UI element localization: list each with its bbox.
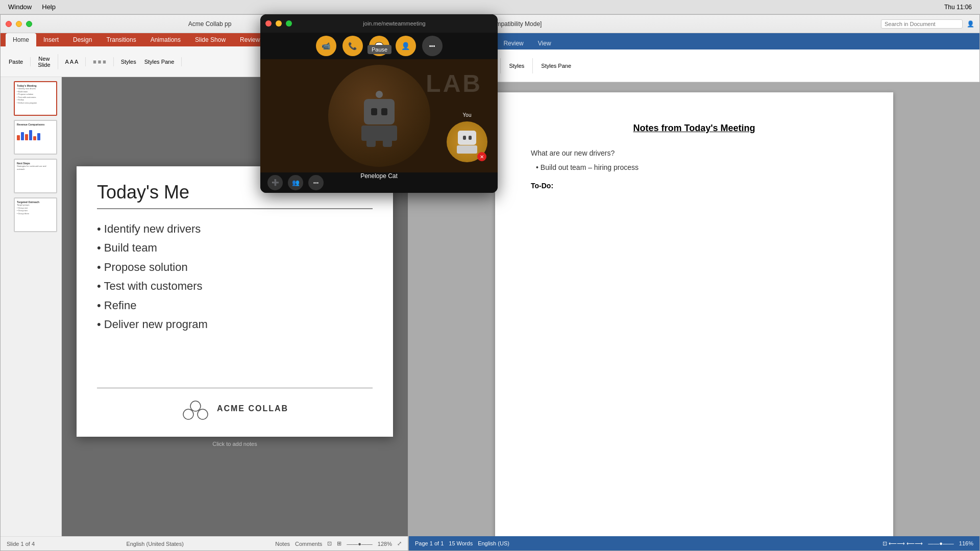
fit-to-window[interactable]: ⤢ bbox=[397, 540, 402, 547]
slide-thumbnail-2[interactable]: Revenue Comparisons bbox=[14, 120, 57, 155]
paste-button[interactable]: Paste bbox=[6, 57, 26, 66]
slide-count-info: Slide 1 of 4 bbox=[7, 541, 35, 547]
word-question: What are our new drivers? bbox=[531, 149, 857, 157]
you-avatar: You ✕ bbox=[447, 121, 487, 162]
robot-left-eye bbox=[371, 108, 377, 115]
zoom-slider[interactable]: ——●—— bbox=[347, 541, 373, 547]
you-robot-head bbox=[458, 131, 476, 145]
word-zoom-slider[interactable]: ——●—— bbox=[928, 540, 954, 546]
bullet-item-2: Build team bbox=[97, 238, 373, 257]
ppt-statusbar-right: Notes Comments ⊡ ⊞ ——●—— 128% ⤢ bbox=[275, 540, 402, 547]
phone-icon: 📞 bbox=[348, 42, 357, 50]
word-statusbar-right: ⊡ ⟵⟶ ⟵⟶ ——●—— 116% bbox=[883, 540, 973, 547]
acme-logo: ACME COLLAB bbox=[181, 396, 288, 421]
pause-tooltip: Pause bbox=[368, 45, 391, 54]
menu-window[interactable]: Window bbox=[8, 3, 32, 11]
styles-button[interactable]: Styles bbox=[118, 57, 139, 66]
svg-point-1 bbox=[183, 409, 193, 419]
word-tab-review[interactable]: Review bbox=[496, 37, 530, 49]
bullet-item-5: Refine bbox=[97, 296, 373, 315]
menu-bar-right: Thu 11:06 bbox=[944, 4, 972, 11]
more-options-button[interactable]: ••• bbox=[308, 175, 324, 190]
styles-pane-button[interactable]: Styles Pane bbox=[141, 57, 178, 66]
slide-thumbnail-4[interactable]: Targeted Outreach Target groups• Group o… bbox=[14, 197, 57, 232]
view-toggle-1[interactable]: ⊡ bbox=[327, 540, 332, 547]
participant-name: Penelope Cat bbox=[360, 172, 398, 180]
comments-button[interactable]: Comments bbox=[295, 541, 322, 547]
word-page[interactable]: Notes from Today's Meeting What are our … bbox=[495, 92, 893, 536]
word-list: Build out team – hiring process bbox=[531, 163, 857, 171]
you-robot-body bbox=[457, 145, 477, 154]
word-styles-button[interactable]: Styles bbox=[506, 61, 527, 70]
svg-point-2 bbox=[198, 409, 208, 419]
slides-group: NewSlide bbox=[35, 54, 58, 69]
robot-head bbox=[364, 99, 395, 124]
robot-body bbox=[361, 126, 397, 141]
video-minimize-button[interactable] bbox=[276, 20, 282, 27]
ppt-tab-design[interactable]: Design bbox=[66, 33, 99, 46]
acme-logo-circles bbox=[181, 396, 212, 421]
ppt-maximize-button[interactable] bbox=[26, 21, 32, 27]
view-toggle-2[interactable]: ⊞ bbox=[337, 540, 341, 547]
word-view-controls[interactable]: ⊡ ⟵⟶ ⟵⟶ bbox=[883, 540, 923, 547]
ppt-tab-animations[interactable]: Animations bbox=[143, 33, 188, 46]
new-slide-button[interactable]: NewSlide bbox=[35, 54, 53, 69]
notes-button[interactable]: Notes bbox=[275, 541, 290, 547]
background-text: LAB bbox=[426, 69, 482, 97]
notes-hint[interactable]: Click to add notes bbox=[212, 441, 257, 447]
slide-thumbnail-1[interactable]: Today's Meeting • Identify new drivers• … bbox=[14, 81, 57, 116]
font-group: A A A bbox=[62, 57, 86, 66]
word-user-icon[interactable]: 👤 bbox=[967, 20, 974, 28]
bullet-item-4: Test with customers bbox=[97, 277, 373, 295]
paragraph-controls[interactable]: ≡ ≡ ≡ bbox=[90, 57, 109, 66]
ppt-close-button[interactable] bbox=[6, 21, 12, 27]
video-maximize-button[interactable] bbox=[286, 20, 292, 27]
word-search-input[interactable] bbox=[881, 19, 963, 29]
word-zoom-level: 116% bbox=[959, 540, 973, 546]
video-url: join.me/newteammeeting bbox=[296, 20, 493, 27]
participants-button[interactable]: 👥 bbox=[288, 175, 303, 190]
slide-footer: ACME COLLAB bbox=[97, 388, 373, 421]
ppt-tab-transitions[interactable]: Transitions bbox=[99, 33, 143, 46]
robot-left-leg bbox=[366, 140, 376, 147]
video-button-more[interactable]: ••• bbox=[422, 36, 443, 56]
more-icon: ••• bbox=[429, 43, 435, 49]
ppt-statusbar: Slide 1 of 4 English (United States) Not… bbox=[1, 536, 408, 550]
you-robot-left-eye bbox=[463, 136, 466, 140]
video-button-phone[interactable]: 📞 bbox=[342, 36, 363, 56]
word-page-info: Page 1 of 1 bbox=[415, 540, 444, 546]
slide-bullet-list: Identify new drivers Build team Propose … bbox=[97, 219, 373, 334]
ppt-tab-slideshow[interactable]: Slide Show bbox=[188, 33, 233, 46]
robot-right-leg bbox=[383, 140, 392, 147]
you-robot-right-eye bbox=[469, 136, 472, 140]
main-participant: Penelope Cat bbox=[328, 65, 430, 167]
word-styles-pane[interactable]: Styles Pane bbox=[538, 61, 574, 70]
word-language: English (US) bbox=[478, 540, 509, 546]
slide-thumbnail-3[interactable]: Next Steps Strategies for continued use … bbox=[14, 159, 57, 193]
video-button-people[interactable]: 👤 bbox=[396, 36, 416, 56]
video-call-window: join.me/newteammeeting 📹 📞 💬 👤 ••• LAB bbox=[260, 14, 498, 193]
more-options-icon: ••• bbox=[313, 180, 319, 186]
bullet-item-3: Propose solution bbox=[97, 258, 373, 277]
word-word-count: 15 Words bbox=[449, 540, 473, 546]
font-controls[interactable]: A A A bbox=[62, 57, 82, 66]
people-icon: 👤 bbox=[401, 42, 410, 50]
add-person-button[interactable]: ➕ bbox=[267, 175, 283, 190]
word-tab-view[interactable]: View bbox=[531, 37, 558, 49]
you-label: You bbox=[463, 112, 472, 118]
acme-collab-text: ACME COLLAB bbox=[217, 404, 288, 413]
slide-canvas[interactable]: Today's Me Identify new drivers Build te… bbox=[77, 166, 393, 437]
video-button-video[interactable]: 📹 bbox=[316, 36, 336, 56]
participants-icon: 👥 bbox=[292, 179, 300, 186]
robot-right-eye bbox=[381, 108, 387, 115]
menu-bar-left: Window Help bbox=[8, 3, 56, 11]
word-statusbar: Page 1 of 1 15 Words English (US) ⊡ ⟵⟶ ⟵… bbox=[409, 536, 979, 550]
video-close-button[interactable] bbox=[265, 20, 272, 27]
robot-antenna bbox=[376, 91, 383, 98]
menu-help[interactable]: Help bbox=[42, 3, 56, 11]
bullet-item-1: Identify new drivers bbox=[97, 219, 373, 238]
ppt-minimize-button[interactable] bbox=[16, 21, 22, 27]
drawing-group: Styles Styles Pane bbox=[118, 57, 182, 66]
ppt-tab-home[interactable]: Home bbox=[6, 33, 36, 46]
ppt-tab-insert[interactable]: Insert bbox=[36, 33, 66, 46]
